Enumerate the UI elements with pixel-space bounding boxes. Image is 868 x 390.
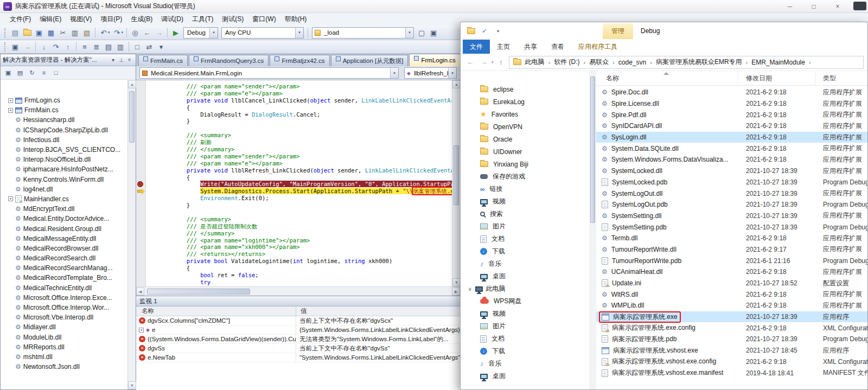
breakpoint-margin[interactable] <box>136 125 145 132</box>
breakpoint-margin[interactable] <box>136 188 145 195</box>
solution-tree-item[interactable]: ⚙ipharmacare.HisInfoPostNetz... <box>1 164 127 174</box>
chevron-down-icon[interactable]: ▾ <box>295 28 303 38</box>
sidebar-item[interactable]: ♪音乐 <box>461 357 589 370</box>
breakpoint-margin[interactable] <box>136 279 145 286</box>
menu-item[interactable]: 编辑(E) <box>35 13 66 25</box>
file-row[interactable]: ⚙WltRS.dll2021-6-2 9:18应用程序扩展 <box>596 289 867 300</box>
chevron-down-icon[interactable]: ▾ <box>108 30 110 35</box>
file-row[interactable]: ⚙SysLogin.dll2021-6-2 9:18应用程序扩展 <box>596 132 867 143</box>
solution-tree-item[interactable]: ⚙MedicalRecordSearchManag... <box>1 263 127 273</box>
solution-tree-scrollbar[interactable]: ▲ ▼ <box>127 80 136 389</box>
step-over-icon[interactable]: ↷ <box>50 41 62 53</box>
start-debug-button[interactable]: ▶ <box>170 27 182 39</box>
breadcrumb-item[interactable]: 病案管理系统易联众EMR专用 <box>653 57 745 67</box>
breakpoint-margin[interactable] <box>136 111 145 118</box>
ribbon-tab[interactable]: 共享 <box>517 40 544 54</box>
save-all-icon[interactable]: ▦ <box>45 27 57 39</box>
breakpoint-margin[interactable] <box>136 90 145 97</box>
editor-horizontal-scrollbar[interactable]: ◀ ▶ <box>136 286 460 296</box>
sidebar-item[interactable]: 图片 <box>461 220 589 233</box>
editor-tab[interactable]: Application [从元数据] <box>331 55 409 66</box>
breakpoint-margin[interactable] <box>136 118 145 125</box>
solution-tree-item[interactable]: ⚙Microsoft.Office.Interop.Exce... <box>1 293 127 303</box>
history-dropdown-icon[interactable]: ▾ <box>492 60 494 65</box>
expander-icon[interactable]: + <box>8 108 13 113</box>
file-row[interactable]: 病案示踪管理系统.exe.config2021-6-2 9:18XML Conf… <box>596 322 867 334</box>
ribbon-tab[interactable]: 应用程序工具 <box>571 40 624 54</box>
file-row[interactable]: ⚙SynIDCardAPI.dll2021-6-2 9:18应用程序扩展 <box>596 120 867 132</box>
debug-configuration-combo[interactable]: Debug▾ <box>183 27 218 39</box>
new-project-icon[interactable]: ▤ <box>9 27 21 39</box>
breadcrumb-item[interactable]: 此电脑 <box>522 57 548 67</box>
scroll-thumb[interactable] <box>590 76 595 223</box>
menu-item[interactable]: 文件(F) <box>5 13 35 25</box>
uncomment-icon[interactable]: ▥ <box>114 41 126 53</box>
scroll-thumb[interactable] <box>129 91 135 143</box>
sidebar-item[interactable]: ∞链接 <box>461 183 589 195</box>
solution-tree-item[interactable]: ⚙MedicalRecordSearch.dll <box>1 253 127 263</box>
column-header-value[interactable]: 值 <box>296 306 460 316</box>
menu-item[interactable]: 窗口(W) <box>248 13 280 25</box>
solution-tree-item[interactable]: ⚙Infectious.dll <box>1 135 127 145</box>
solution-tree-item[interactable]: ⚙MRReports.dll <box>1 342 127 352</box>
menu-item[interactable]: 工具(T) <box>188 13 218 25</box>
solution-tree-item[interactable]: ⚙Hessiancsharp.dll <box>1 115 127 125</box>
solution-tree-item[interactable]: ⚙mshtml.dll <box>1 352 127 362</box>
file-row[interactable]: SystemLogOut.pdb2021-10-27 18:39Program … <box>596 199 867 210</box>
solution-tree-item[interactable]: +FrmLogin.cs <box>1 95 127 105</box>
up-button[interactable]: ↑ <box>495 56 507 68</box>
breakpoint-margin[interactable] <box>136 153 145 160</box>
solution-tree-item[interactable]: ⚙MdEncryptText.dll <box>1 204 127 214</box>
breakpoint-margin[interactable] <box>136 83 145 90</box>
solution-tree-item[interactable]: ⚙Medical.Resident.Group.dll <box>1 223 127 233</box>
properties-icon[interactable]: ▣ <box>3 67 14 78</box>
chevron-down-icon[interactable]: ▾ <box>405 28 413 38</box>
sidebar-item[interactable]: ★Favorites <box>461 108 589 120</box>
breakpoint-margin[interactable] <box>136 265 145 272</box>
file-row[interactable]: 病案示踪管理系统.pdb2021-10-27 18:39Program Debu… <box>596 334 867 345</box>
breakpoint-margin[interactable] <box>136 160 145 167</box>
solution-tree-item[interactable]: ⚙MedicalRecordTemplate_Bro... <box>1 273 127 283</box>
file-row[interactable]: ⚙WMPLib.dll2021-6-2 9:18应用程序扩展 <box>596 300 867 311</box>
menu-item[interactable]: 视图(V) <box>66 13 96 25</box>
solution-tree-item[interactable]: ⚙Medical.Entity.DoctorAdvice... <box>1 214 127 223</box>
scroll-thumb[interactable] <box>147 289 250 295</box>
menu-item[interactable]: 调试(D) <box>157 13 188 25</box>
breakpoint-margin[interactable] <box>136 244 145 251</box>
comment-icon[interactable]: ▤ <box>103 41 114 53</box>
file-row[interactable]: TumourReportWrite.pdb2021-6-1 21:16Progr… <box>596 255 867 266</box>
sidebar-item[interactable]: 搜索 <box>461 208 589 220</box>
sidebar-item[interactable]: 桌面 <box>461 270 589 283</box>
watch-row[interactable]: ×dgvSs当前上下文中不存在名称"dgvSs" <box>136 344 460 353</box>
minimize-button[interactable]: ─ <box>778 1 802 12</box>
file-row[interactable]: ⚙Spire.Pdf.dll2021-6-2 9:18应用程序扩展 <box>596 109 867 120</box>
column-header-name[interactable]: 名称 <box>136 306 296 316</box>
file-row[interactable]: ⚙SystemSetting.dll2021-10-27 18:39应用程序扩展 <box>596 210 867 222</box>
breakpoint-margin[interactable] <box>136 132 145 139</box>
solution-tree-item[interactable]: ⚙Interop.NsoOfficeLib.dll <box>1 155 127 164</box>
breakpoint-icon[interactable] <box>137 181 143 187</box>
outdent-icon[interactable]: ≣ <box>91 41 103 53</box>
sidebar-item[interactable]: OpenVPN <box>461 120 589 133</box>
menu-item[interactable]: 帮助(H) <box>280 13 311 25</box>
sidebar-item[interactable]: 视频 <box>461 308 589 320</box>
scroll-thumb[interactable] <box>454 145 459 205</box>
breakpoint-margin[interactable] <box>136 216 145 223</box>
save-icon[interactable]: ▣ <box>33 27 45 39</box>
solution-tree-item[interactable]: ⚙MedicalMessageEntity.dll <box>1 234 127 244</box>
editor-tab[interactable]: FrmMain.cs <box>138 55 188 66</box>
show-all-files-icon[interactable]: ▤ <box>15 67 25 78</box>
breakpoints-window-icon[interactable]: ▣ <box>9 41 21 53</box>
sidebar-item[interactable]: eclipse <box>461 83 589 95</box>
solution-tree-item[interactable]: ⚙Midlayer.dll <box>1 322 127 332</box>
editor-tab[interactable]: FrmRandomQuery3.cs <box>189 55 269 66</box>
view-designer-icon[interactable]: □ <box>50 67 61 78</box>
file-row[interactable]: SystemLocked.pdb2021-10-27 18:39Program … <box>596 177 867 188</box>
sidebar-item[interactable]: ∨此电脑 <box>461 283 589 295</box>
solution-tree-item[interactable]: ⚙Microsoft.Office.Interop.Wor... <box>1 303 127 312</box>
solution-tree-item[interactable]: ⚙Newtonsoft.Json.dll <box>1 362 127 372</box>
refresh-icon[interactable]: ↻ <box>27 67 37 78</box>
code-view[interactable]: /// <param name="sender"></param> /// <p… <box>136 80 452 286</box>
breakpoint-margin[interactable] <box>136 139 145 146</box>
breakpoint-margin[interactable] <box>136 167 145 174</box>
